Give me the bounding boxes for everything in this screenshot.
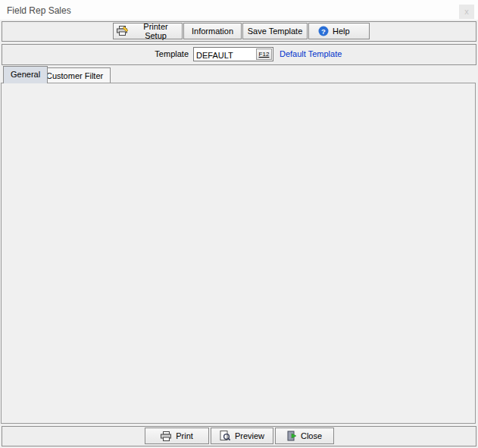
template-description: Default Template bbox=[280, 49, 342, 58]
tab-general[interactable]: General bbox=[3, 66, 48, 83]
svg-text:?: ? bbox=[321, 27, 326, 36]
preview-button[interactable]: Preview bbox=[211, 428, 273, 444]
print-button[interactable]: Print bbox=[145, 428, 209, 444]
exit-door-icon bbox=[287, 431, 297, 441]
printer-setup-button[interactable]: Printer Setup bbox=[113, 23, 183, 39]
save-template-label: Save Template bbox=[248, 27, 303, 36]
save-template-button[interactable]: Save Template bbox=[242, 23, 308, 39]
tab-customer-filter[interactable]: Customer Filter bbox=[39, 67, 111, 83]
close-icon[interactable]: x bbox=[459, 5, 474, 19]
printer-icon bbox=[161, 431, 172, 441]
preview-label: Preview bbox=[235, 431, 264, 440]
f12-button[interactable]: F12 bbox=[256, 49, 272, 60]
printer-setup-label: Printer Setup bbox=[133, 22, 179, 40]
general-tab-page bbox=[1, 83, 476, 424]
printer-icon bbox=[117, 26, 129, 36]
help-button[interactable]: ? Help bbox=[308, 23, 370, 39]
top-toolbar: Printer Setup Information Save Template … bbox=[2, 21, 476, 42]
help-icon: ? bbox=[318, 26, 329, 36]
information-label: Information bbox=[192, 27, 233, 36]
template-input[interactable] bbox=[194, 48, 257, 61]
template-input-wrap: F12 bbox=[193, 47, 273, 61]
template-bar: Template F12 Default Template bbox=[2, 44, 476, 65]
close-button[interactable]: Close bbox=[275, 428, 334, 444]
close-label: Close bbox=[301, 431, 322, 440]
help-label: Help bbox=[333, 27, 350, 36]
preview-icon bbox=[220, 431, 231, 441]
titlebar: Field Rep Sales x bbox=[0, 0, 478, 20]
footer-toolbar: Print Preview Close bbox=[2, 426, 476, 446]
information-button[interactable]: Information bbox=[183, 23, 242, 39]
print-label: Print bbox=[176, 431, 193, 440]
template-label: Template bbox=[116, 49, 189, 58]
window-title: Field Rep Sales bbox=[7, 5, 71, 16]
field-rep-sales-window: Field Rep Sales x Printer Setup Informat… bbox=[0, 0, 478, 448]
